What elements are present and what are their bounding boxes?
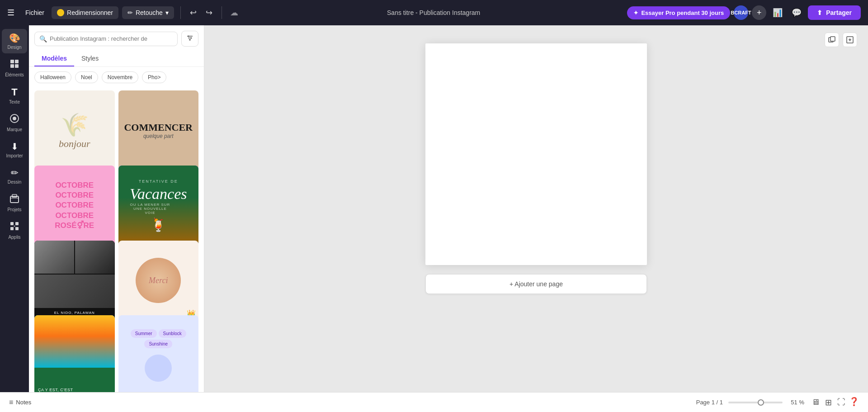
fichier-menu[interactable]: Fichier bbox=[22, 7, 48, 18]
template-text: ÇA Y EST, C'EST bbox=[38, 388, 73, 392]
sidebar-item-label: Design bbox=[7, 45, 21, 50]
template-octobre[interactable]: OCTOBREOCTOBREOCTOBREOCTOBREROSÉ⚥RE bbox=[34, 166, 115, 246]
canvas-page[interactable] bbox=[425, 43, 647, 265]
template-circle bbox=[145, 355, 172, 382]
pro-label: Essayer Pro pendant 30 jours bbox=[641, 9, 724, 16]
notes-button[interactable]: ≡ Notes bbox=[9, 398, 31, 407]
panel-tabs: Modèles Styles bbox=[29, 47, 204, 67]
template-merci[interactable]: Merci 👑 bbox=[118, 241, 199, 321]
retouche-button[interactable]: ✏ Retouche ▾ bbox=[122, 6, 174, 19]
avatar[interactable]: BCRAFT bbox=[734, 5, 748, 20]
redo-button[interactable]: ↪ bbox=[203, 6, 215, 19]
tab-modeles[interactable]: Modèles bbox=[34, 51, 74, 66]
templates-panel: 🔍 Modèles Styles Halloween No bbox=[29, 25, 204, 392]
elements-icon bbox=[9, 59, 19, 71]
template-beach[interactable]: ÇA Y EST, C'EST bbox=[34, 315, 115, 392]
design-icon: 🎨 bbox=[9, 33, 20, 43]
duplicate-page-button[interactable] bbox=[825, 33, 839, 47]
sidebar-item-applis[interactable]: Applis bbox=[2, 218, 27, 243]
share-button[interactable]: ⬆ Partager bbox=[808, 5, 861, 20]
add-page-button[interactable]: + Ajouter une page bbox=[425, 274, 647, 294]
grid-view-icon[interactable]: ⊞ bbox=[823, 397, 834, 408]
notes-icon: ≡ bbox=[9, 398, 13, 407]
template-bonjour[interactable]: 🌾 bonjour bbox=[34, 90, 115, 171]
svg-rect-1 bbox=[15, 60, 19, 63]
search-input-wrap[interactable]: 🔍 bbox=[34, 32, 178, 46]
page-info: Page 1 / 1 bbox=[696, 399, 723, 406]
sidebar-item-label: Dessin bbox=[8, 180, 22, 185]
desktop-view-icon[interactable]: 🖥 bbox=[810, 397, 821, 408]
search-input[interactable] bbox=[50, 35, 173, 42]
view-icons: 🖥 ⊞ ⛶ ❓ bbox=[810, 397, 859, 408]
chip-novembre[interactable]: Novembre bbox=[102, 71, 138, 83]
sidebar-item-texte[interactable]: T Texte bbox=[2, 83, 27, 108]
svg-point-12 bbox=[14, 226, 15, 227]
templates-grid: 🌾 bonjour COMMENCER quelque part OCTOBRE… bbox=[29, 88, 204, 392]
sidebar-item-dessin[interactable]: ✏ Dessin bbox=[2, 164, 27, 188]
help-icon[interactable]: ❓ bbox=[849, 397, 859, 408]
main-layout: 🎨 Design Éléments T Texte bbox=[0, 25, 868, 392]
redimensionner-label: Redimensionner bbox=[67, 9, 113, 16]
sidebar-item-design[interactable]: 🎨 Design bbox=[2, 29, 27, 53]
tab-styles[interactable]: Styles bbox=[74, 51, 106, 66]
filter-button[interactable] bbox=[181, 31, 198, 47]
sidebar: 🎨 Design Éléments T Texte bbox=[0, 25, 29, 392]
svg-point-16 bbox=[188, 36, 189, 37]
share-label: Partager bbox=[826, 9, 852, 16]
template-badge: Sunshine bbox=[144, 340, 172, 348]
sidebar-item-elements[interactable]: Éléments bbox=[2, 55, 27, 81]
template-elnido[interactable]: EL NIDO, PALAWAN Palawan bbox=[34, 241, 115, 321]
canvas-toolbar bbox=[825, 33, 857, 47]
sidebar-item-importer[interactable]: ⬇ Importer bbox=[2, 137, 27, 162]
divider-2 bbox=[222, 6, 222, 19]
add-collaborator-button[interactable]: + bbox=[752, 5, 766, 20]
text-icon: T bbox=[11, 86, 17, 98]
draw-icon: ✏ bbox=[11, 167, 19, 178]
share-icon: ⬆ bbox=[817, 9, 822, 16]
marque-icon bbox=[9, 114, 19, 126]
zoom-percentage: 51 % bbox=[788, 399, 804, 406]
chip-halloween[interactable]: Halloween bbox=[34, 71, 71, 83]
notes-label: Notes bbox=[16, 399, 31, 406]
chevron-down-icon: ▾ bbox=[165, 9, 169, 16]
fullscreen-icon[interactable]: ⛶ bbox=[835, 397, 847, 408]
template-vacances[interactable]: TENTATIVE DE Vacances OU LA MENER SUR UN… bbox=[118, 166, 199, 246]
zoom-thumb[interactable] bbox=[758, 399, 764, 406]
chip-photo[interactable]: Pho> bbox=[142, 71, 166, 83]
add-page-top-button[interactable] bbox=[843, 33, 857, 47]
svg-rect-10 bbox=[10, 227, 14, 230]
divider-1 bbox=[180, 6, 181, 19]
sidebar-item-label: Marque bbox=[7, 127, 22, 132]
redimensionner-button[interactable]: Redimensionner bbox=[52, 6, 118, 19]
sidebar-item-marque[interactable]: Marque bbox=[2, 110, 27, 136]
sidebar-item-projets[interactable]: Projets bbox=[2, 190, 27, 216]
bottombar-right: Page 1 / 1 51 % 🖥 ⊞ ⛶ ❓ bbox=[696, 397, 859, 408]
topbar: ☰ Fichier Redimensionner ✏ Retouche ▾ ↩ … bbox=[0, 0, 868, 25]
sidebar-item-label: Importer bbox=[6, 153, 23, 158]
undo-button[interactable]: ↩ bbox=[187, 6, 199, 19]
search-icon: 🔍 bbox=[39, 35, 47, 43]
sidebar-item-label: Éléments bbox=[5, 72, 24, 77]
analytics-icon[interactable]: 📊 bbox=[770, 6, 785, 19]
template-text: Vacances bbox=[130, 185, 187, 203]
chip-noel[interactable]: Noel bbox=[75, 71, 98, 83]
sidebar-item-label: Texte bbox=[9, 99, 20, 104]
template-subtext: OU LA MENER SUR UNE NOUVELLE VOIE bbox=[130, 203, 170, 215]
menu-icon[interactable]: ☰ bbox=[7, 8, 14, 18]
svg-rect-20 bbox=[830, 37, 835, 41]
svg-rect-11 bbox=[15, 227, 19, 230]
star-icon: ✦ bbox=[633, 9, 638, 16]
template-text: bonjour bbox=[59, 138, 90, 150]
svg-rect-9 bbox=[15, 222, 19, 225]
template-badge: Sunblock bbox=[159, 329, 186, 338]
document-title: Sans titre - Publication Instagram bbox=[244, 9, 623, 16]
template-summer[interactable]: Summer Sunblock Sunshine bbox=[118, 315, 199, 392]
comments-icon[interactable]: 💬 bbox=[789, 6, 804, 19]
zoom-slider[interactable] bbox=[728, 402, 783, 403]
template-text: Merci bbox=[149, 276, 168, 285]
panel-search-area: 🔍 bbox=[29, 25, 204, 47]
template-commencer[interactable]: COMMENCER quelque part bbox=[118, 90, 199, 171]
svg-point-5 bbox=[13, 117, 16, 120]
try-pro-button[interactable]: ✦ Essayer Pro pendant 30 jours bbox=[627, 6, 730, 19]
pencil-icon: ✏ bbox=[127, 9, 133, 16]
